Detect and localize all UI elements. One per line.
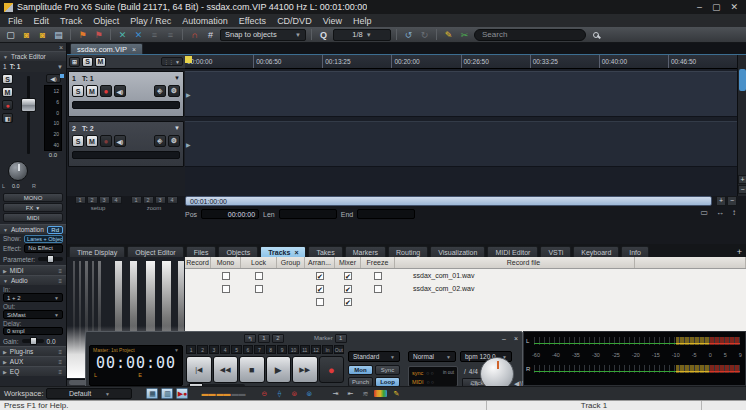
automation-section-header[interactable]: ▼ Automation Rd [0, 224, 66, 234]
track-1-settings-icon[interactable]: ⚙ [168, 85, 180, 97]
audio-out-dropdown[interactable]: StMast ▼ [3, 310, 63, 319]
range-back-button[interactable]: ↰ [244, 334, 256, 343]
save-icon[interactable]: ▤ [52, 29, 65, 41]
setup-3-button[interactable]: 3 [99, 196, 110, 204]
punch-in-button[interactable]: In [322, 345, 332, 354]
range-1-button[interactable]: 1 [258, 334, 270, 343]
mute-button[interactable]: M [2, 87, 13, 97]
punch-out-button[interactable]: Out [334, 345, 344, 354]
volume-fader[interactable] [21, 98, 36, 112]
track-manager-button[interactable]: ⋮⋮ ▼ [161, 57, 183, 66]
fx-button[interactable]: FX▼ [3, 203, 63, 212]
sync-toggle[interactable]: Sync [375, 365, 400, 375]
record-mode-dropdown[interactable]: Standard ▼ [348, 351, 400, 362]
stop-button[interactable]: ■ [239, 356, 265, 383]
track-2-mute-button[interactable]: M [86, 135, 98, 147]
snap-mode-dropdown[interactable]: Snap to objects ▼ [220, 29, 306, 41]
marker-range2-icon[interactable]: ▬▬ [217, 388, 229, 399]
locator-3[interactable]: 3 [209, 345, 219, 354]
range-flag-icon[interactable]: ⚑ [76, 29, 89, 41]
mixer-checkbox[interactable]: ✔ [344, 272, 352, 280]
freeze-checkbox[interactable] [374, 272, 382, 280]
track-1-mute-button[interactable]: M [86, 85, 98, 97]
tab-object-editor[interactable]: Object Editor [127, 246, 183, 257]
automation-effect-field[interactable]: No Effect [24, 244, 63, 253]
minimize-button[interactable]: – [697, 2, 702, 12]
menu-effects[interactable]: Effects [239, 16, 266, 26]
automation-read-button[interactable]: Rd [47, 226, 63, 234]
vertical-fit-icon[interactable]: ↕ [732, 208, 736, 217]
menu-view[interactable]: View [323, 16, 342, 26]
tab-midi-editor[interactable]: MIDI Editor [487, 246, 538, 257]
locator-11[interactable]: 11 [300, 345, 310, 354]
lock-button[interactable]: ◧ [2, 113, 13, 123]
eq-section-header[interactable]: ▶ EQ ≡ [0, 366, 66, 376]
mixer-checkbox[interactable]: ✔ [344, 298, 352, 306]
tab-tracks[interactable]: Tracks × [260, 246, 306, 257]
tab-info[interactable]: Info [621, 246, 649, 257]
pan-knob[interactable] [8, 161, 28, 181]
locator-9[interactable]: 9 [277, 345, 287, 354]
delete-x-icon[interactable]: ✕ [132, 29, 145, 41]
track-1-monitor-button[interactable]: ◀) [114, 85, 126, 97]
menu-play-rec[interactable]: Play / Rec [130, 16, 171, 26]
vertical-scroll-thumb[interactable] [739, 69, 746, 91]
track-2-routing-button[interactable]: ⎆ [154, 135, 166, 147]
track-1-volume-slider[interactable] [72, 101, 180, 109]
lock-checkbox[interactable] [255, 272, 263, 280]
grid-lines-icon[interactable]: ≋ [359, 388, 371, 399]
table-row[interactable]: ✔ ✔ ssdax_com_01.wav [185, 269, 746, 282]
menu-object[interactable]: Object [93, 16, 119, 26]
record-button[interactable]: ● [319, 356, 345, 383]
track-1-lane[interactable]: ▶ [185, 71, 737, 117]
horizontal-fit-icon[interactable]: ↔ [716, 208, 724, 217]
redo-icon[interactable]: ↻ [418, 29, 431, 41]
aux-section-header[interactable]: ▶ AUX ≡ [0, 356, 66, 366]
track-1-header[interactable]: 1 T: 1 ▼ S M ● ◀) ⎆ ⚙ [68, 71, 184, 117]
zoom-vertical-icon[interactable]: ⇤ [344, 388, 356, 399]
console-close-button[interactable]: × [514, 335, 518, 342]
fade-out-icon[interactable]: ⊖ [258, 388, 270, 399]
locator-8[interactable]: 8 [266, 345, 276, 354]
track-selector[interactable]: 1 T: 1 ▼ [0, 61, 66, 72]
track-2-volume-slider[interactable] [72, 151, 180, 159]
monitor-toggle[interactable]: Mon [348, 365, 373, 375]
track-1-solo-button[interactable]: S [72, 85, 84, 97]
tab-takes[interactable]: Takes [308, 246, 342, 257]
tab-close-icon[interactable]: × [132, 46, 136, 53]
locator-5[interactable]: 5 [231, 345, 241, 354]
locator-7[interactable]: 7 [254, 345, 264, 354]
search-input[interactable] [474, 29, 586, 41]
search-icon[interactable] [589, 29, 602, 41]
tab-files[interactable]: Files [186, 246, 217, 257]
arranger-checkbox[interactable]: ✔ [316, 272, 324, 280]
lane-collapse-icon[interactable]: ▶ [186, 141, 191, 148]
fade-sym-icon[interactable]: ⟠ [273, 388, 285, 399]
vertical-scrollbar[interactable]: + − [737, 55, 746, 196]
tab-objects[interactable]: Objects [218, 246, 258, 257]
open-folder-icon[interactable]: ◙ [20, 29, 33, 41]
zoom-4-button[interactable]: 4 [167, 196, 178, 204]
length-field[interactable] [279, 209, 337, 219]
tab-close-icon[interactable]: × [294, 249, 298, 256]
timeline-ruler[interactable]: 00:00:00 00:06:50 00:13:25 00:20:00 00:2… [185, 55, 737, 69]
solo-button[interactable]: S [2, 74, 13, 84]
playhead-marker[interactable] [185, 56, 192, 63]
mono-checkbox[interactable] [222, 285, 230, 293]
lock-checkbox[interactable] [255, 285, 263, 293]
track-grid-icon[interactable]: ⊞ [69, 57, 80, 67]
audio-in-dropdown[interactable]: 1 + 2 ▼ [3, 293, 63, 302]
crossfade-editor-icon[interactable]: ✂ [458, 29, 471, 41]
audio-section-header[interactable]: ▼ Audio ≡ [0, 275, 66, 285]
docker-toggle-icon[interactable]: ▥ [161, 388, 173, 399]
vertical-zoom-out-button[interactable]: − [738, 185, 746, 194]
menu-automation[interactable]: Automation [182, 16, 228, 26]
range-2-button[interactable]: 2 [272, 334, 284, 343]
project-tab[interactable]: ssdax.com.VIP × [70, 43, 143, 54]
crossfade-icon[interactable]: ⊜ [303, 388, 315, 399]
menu-edit[interactable]: Edit [34, 16, 50, 26]
zoom-fit-icon[interactable]: ▭ [700, 208, 708, 217]
new-project-icon[interactable]: ▢ [4, 29, 17, 41]
global-mute-button[interactable]: M [95, 57, 106, 67]
locator-10[interactable]: 10 [288, 345, 298, 354]
